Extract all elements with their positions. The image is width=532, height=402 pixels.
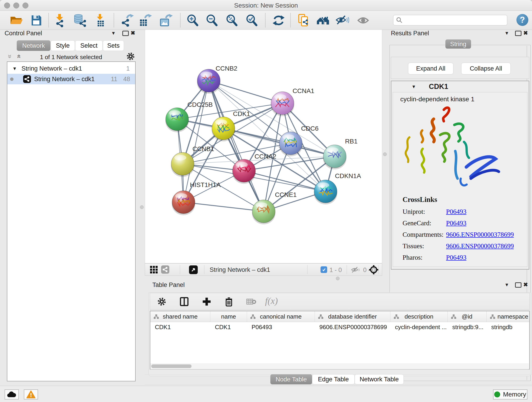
hide-selected-icon[interactable] bbox=[336, 13, 349, 27]
column-header-name[interactable]: name bbox=[210, 311, 247, 322]
network-edge[interactable] bbox=[209, 81, 264, 211]
table-panel-close-icon[interactable]: ✖ bbox=[523, 281, 528, 288]
fit-selected-crosshair-icon[interactable] bbox=[369, 265, 379, 275]
network-row-selected[interactable]: String Network – cdk1 11 48 bbox=[7, 74, 135, 84]
network-edge[interactable] bbox=[223, 128, 335, 156]
tab-style[interactable]: Style bbox=[51, 40, 75, 51]
network-node-CCNA1[interactable]: CCNA1 bbox=[271, 87, 314, 116]
zoom-fit-button[interactable] bbox=[225, 13, 239, 27]
memory-button[interactable]: Memory bbox=[493, 389, 527, 400]
save-session-button[interactable] bbox=[29, 13, 43, 27]
table-cell[interactable]: stringdb:9... bbox=[448, 322, 487, 332]
column-header--id[interactable]: @id bbox=[448, 311, 487, 322]
column-header-shared-name[interactable]: shared name bbox=[150, 311, 210, 322]
collapse-triangle-icon[interactable]: ▼ bbox=[12, 66, 17, 71]
results-panel-menu-icon[interactable]: ▾ bbox=[505, 30, 508, 36]
collapse-all-networks-icon[interactable]: » bbox=[16, 55, 21, 58]
zoom-out-button[interactable] bbox=[205, 13, 219, 27]
crosslink-link[interactable]: P06493 bbox=[446, 254, 467, 261]
tab-select[interactable]: Select bbox=[75, 40, 103, 51]
export-table-button[interactable] bbox=[138, 13, 152, 27]
network-edge[interactable] bbox=[184, 202, 264, 211]
table-cell[interactable]: CDK1 bbox=[210, 322, 247, 332]
zoom-selected-button[interactable] bbox=[245, 13, 259, 27]
crosslink-link[interactable]: P06493 bbox=[446, 208, 467, 216]
show-all-icon[interactable] bbox=[357, 13, 370, 27]
first-neighbors-button[interactable] bbox=[316, 13, 330, 27]
control-panel-float-icon[interactable] bbox=[122, 31, 129, 36]
table-panel-menu-icon[interactable]: ▾ bbox=[505, 281, 508, 288]
tab-node-table[interactable]: Node Table bbox=[270, 374, 312, 384]
expand-all-networks-icon[interactable]: » bbox=[8, 55, 12, 58]
control-panel-menu-icon[interactable]: ▾ bbox=[112, 30, 115, 36]
network-node-CDK1[interactable]: CDK1 bbox=[212, 110, 250, 141]
table-cell[interactable]: stringdb bbox=[487, 322, 530, 332]
copy-network-button[interactable] bbox=[297, 13, 311, 27]
column-header-description[interactable]: description bbox=[390, 311, 448, 322]
tab-network-table[interactable]: Network Table bbox=[355, 374, 404, 384]
table-cell[interactable]: P06493 bbox=[247, 322, 315, 332]
gene-collapse-triangle-icon[interactable]: ▼ bbox=[412, 84, 416, 89]
network-node-CDC25B[interactable]: CDC25B bbox=[165, 101, 213, 132]
selected-checkbox-icon[interactable] bbox=[321, 266, 327, 273]
network-node-CDC6[interactable]: CDC6 bbox=[279, 125, 318, 156]
open-in-window-icon[interactable] bbox=[189, 265, 198, 274]
results-panel-close-icon[interactable]: ✖ bbox=[523, 30, 528, 36]
table-options-gear-icon[interactable] bbox=[157, 297, 166, 306]
create-column-plus-icon[interactable] bbox=[202, 297, 211, 306]
show-columns-icon[interactable] bbox=[179, 297, 189, 306]
column-header-namespace[interactable]: namespace bbox=[487, 311, 530, 322]
table-panel-float-icon[interactable] bbox=[515, 282, 521, 288]
table-cell[interactable]: CDK1 bbox=[150, 322, 210, 332]
import-network-file-button[interactable] bbox=[53, 13, 66, 27]
gene-section-header[interactable]: ▼ CDK1 bbox=[391, 81, 529, 92]
control-panel-close-icon[interactable]: ✖ bbox=[131, 30, 135, 36]
column-header-canonical-name[interactable]: canonical name bbox=[247, 311, 315, 322]
network-node-CCNE1[interactable]: CCNE1 bbox=[252, 191, 297, 224]
network-overview-icon[interactable] bbox=[161, 265, 169, 274]
network-node-HIST1H1A[interactable]: HIST1H1A bbox=[172, 181, 221, 215]
search-input[interactable] bbox=[403, 17, 500, 24]
search-field[interactable] bbox=[393, 15, 507, 26]
network-collection-row[interactable]: ▼ String Network – cdk1 1 bbox=[7, 63, 135, 74]
tab-network[interactable]: Network bbox=[17, 40, 51, 51]
network-node-CDKN1A[interactable]: CDKN1A bbox=[314, 172, 361, 204]
table-horizontal-scrollbar[interactable] bbox=[150, 363, 529, 369]
scrollbar-thumb[interactable] bbox=[151, 364, 191, 368]
function-builder-icon[interactable]: f(x) bbox=[265, 295, 278, 306]
delete-table-icon[interactable] bbox=[246, 298, 256, 306]
crosslink-link[interactable]: P06493 bbox=[446, 219, 467, 227]
results-panel-float-icon[interactable] bbox=[515, 31, 521, 36]
cloud-status-button[interactable] bbox=[5, 389, 19, 400]
help-button[interactable]: ? bbox=[516, 14, 528, 26]
warning-status-button[interactable] bbox=[24, 389, 38, 400]
tab-edge-table[interactable]: Edge Table bbox=[312, 374, 355, 384]
right-splitter-handle[interactable] bbox=[383, 153, 387, 156]
table-cell[interactable]: cyclin-dependent ... bbox=[390, 322, 448, 332]
bottom-splitter-handle[interactable] bbox=[336, 277, 340, 280]
network-node-CCNB1[interactable]: CCNB1 bbox=[171, 145, 214, 177]
export-image-button[interactable] bbox=[159, 13, 173, 27]
expand-all-button[interactable]: Expand All bbox=[408, 63, 453, 75]
network-node-RB1[interactable]: RB1 bbox=[323, 138, 357, 169]
zoom-in-button[interactable] bbox=[186, 13, 200, 27]
network-canvas[interactable]: CCNB2CCNA1CDC25BCDK1CDC6RB1CCNB1CCNA2CDK… bbox=[145, 30, 382, 263]
open-session-button[interactable] bbox=[9, 13, 23, 27]
network-options-gear-icon[interactable] bbox=[127, 52, 135, 61]
collapse-all-button[interactable]: Collapse All bbox=[461, 63, 511, 75]
refresh-button[interactable] bbox=[272, 13, 285, 27]
birds-eye-grid-icon[interactable] bbox=[150, 266, 158, 274]
delete-column-trash-icon[interactable] bbox=[224, 296, 234, 307]
crosslink-link[interactable]: 9606.ENSP00000378699 bbox=[446, 242, 514, 250]
crosslink-link[interactable]: 9606.ENSP00000378699 bbox=[446, 231, 514, 238]
network-node-CCNB2[interactable]: CCNB2 bbox=[197, 65, 237, 94]
tab-sets[interactable]: Sets bbox=[103, 40, 124, 51]
import-table-file-button[interactable] bbox=[93, 13, 107, 27]
table-row[interactable]: CDK1CDK1P064939606.ENSP00000378699cyclin… bbox=[150, 322, 529, 332]
table-cell[interactable]: 9606.ENSP00000378699 bbox=[315, 322, 390, 332]
left-splitter-handle[interactable] bbox=[140, 205, 144, 209]
export-network-button[interactable] bbox=[120, 13, 134, 27]
import-network-database-button[interactable] bbox=[73, 13, 86, 27]
column-header-database-identifier[interactable]: database identifier bbox=[315, 311, 390, 322]
tab-string[interactable]: String bbox=[445, 39, 471, 49]
